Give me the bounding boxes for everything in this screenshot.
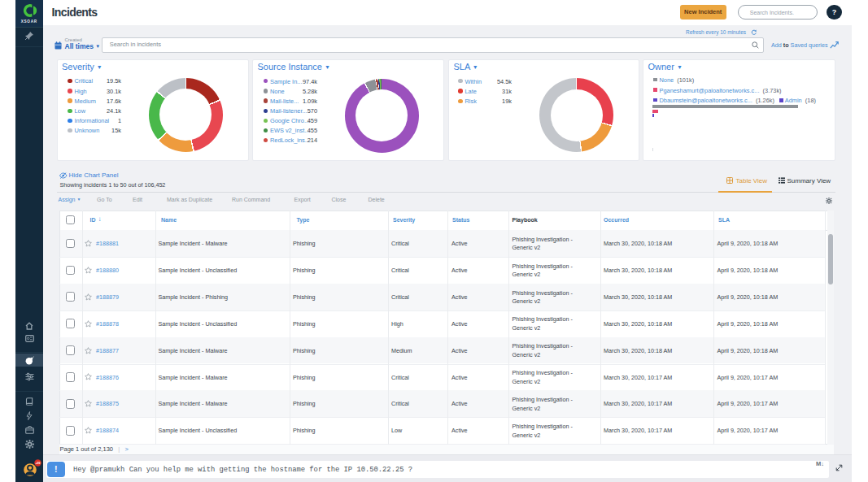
svg-text:+99: +99 (36, 462, 41, 465)
